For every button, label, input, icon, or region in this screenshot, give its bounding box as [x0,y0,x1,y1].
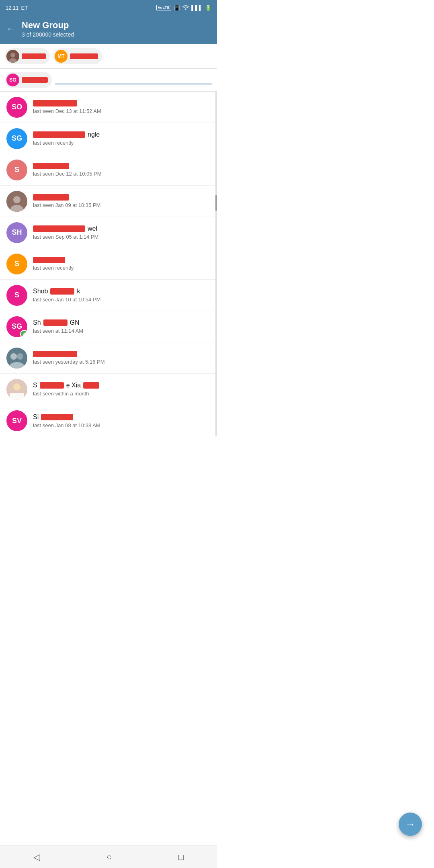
avatar-s-orange: S [6,254,27,274]
status-left: 12:11 ET [6,5,28,11]
contact-name-prefix-11: Si [33,414,39,421]
volte-badge: VoLTE [156,5,172,10]
contact-info-7: Shob k last seen Jan 10 at 10:54 PM [33,288,211,303]
contact-item[interactable]: SG ✓ Sh GN last seen at 11:14 AM [0,311,217,342]
contact-name-suffix-8: GN [70,319,80,326]
contact-item[interactable]: SV Si last seen Jan 08 at 10:38 AM [0,405,217,436]
contact-status-10: last seen within a month [33,391,211,397]
contact-name-prefix-8: Sh [33,319,41,326]
chip-3[interactable]: SG [5,72,52,88]
chip-3-name [22,77,48,83]
battery-icon: 🔋 [205,5,211,11]
svg-rect-12 [10,393,24,400]
contact-name-prefix-7: Shob [33,288,48,295]
avatar-woman [6,379,27,400]
redacted-name-6 [33,257,65,263]
scrollbar-thumb[interactable] [215,195,217,211]
selected-chips-area: MT [0,44,217,69]
contact-name-suffix-5: wel [88,225,97,232]
contact-info-8: Sh GN last seen at 11:14 AM [33,319,211,334]
contact-item[interactable]: SH wel last seen Sep 05 at 1:14 PM [0,217,217,248]
status-right: VoLTE 📳 ▌▌▌ 🔋 [156,5,211,11]
avatar-photo1 [6,191,27,212]
svg-point-8 [17,353,23,360]
contact-item[interactable]: SO last seen Dec 13 at 11:52 AM [0,92,217,123]
contact-status-11: last seen Jan 08 at 10:38 AM [33,422,211,428]
contact-name-8: Sh GN [33,319,211,326]
search-input[interactable] [55,76,212,84]
avatar-so: SO [6,97,27,118]
avatar-s-pink: S [6,285,27,306]
contact-item[interactable]: SG ngle last seen recently [0,123,217,154]
search-row[interactable]: SG [0,69,217,92]
contact-status-3: last seen Dec 12 at 10:05 PM [33,171,211,177]
status-carrier: ET [21,5,28,11]
contact-status-5: last seen Sep 05 at 1:14 PM [33,234,211,240]
contact-status-4: last seen Jan 09 at 10:35 PM [33,202,211,208]
avatar-s-salmon: S [6,160,27,180]
redacted-name-9 [33,351,77,357]
chip-1-name [22,53,46,59]
wifi-icon [182,5,189,10]
redacted-name-10b [83,382,99,389]
contact-info-11: Si last seen Jan 08 at 10:38 AM [33,414,211,428]
avatar-couple [6,348,27,368]
svg-point-4 [13,196,20,203]
redacted-name-1 [33,100,77,106]
contact-info-4: last seen Jan 09 at 10:35 PM [33,194,211,208]
chip-2-avatar: MT [55,50,68,63]
contact-name-2: ngle [33,131,211,138]
contact-info-9: last seen yesterday at 5:16 PM [33,351,211,365]
back-button[interactable]: ← [6,24,15,34]
redacted-name-5 [33,225,85,232]
contact-item[interactable]: last seen Jan 09 at 10:35 PM [0,186,217,217]
avatar-sg-blue: SG [6,128,27,149]
selected-check: ✓ [20,330,27,337]
chip-1-avatar [6,50,19,63]
chip-3-avatar: SG [6,74,19,86]
avatar-sg-selected: SG ✓ [6,316,27,337]
contact-name-suffix-2: ngle [88,131,100,138]
scrollbar-track [215,92,217,436]
contact-item[interactable]: S last seen Dec 12 at 10:05 PM [0,154,217,186]
header-text: New Group 3 of 200000 selected [22,20,211,38]
redacted-name-11 [41,414,73,420]
header: ← New Group 3 of 200000 selected [0,15,217,44]
contact-list: SO last seen Dec 13 at 11:52 AM SG ngle … [0,92,217,436]
contact-status-8: last seen at 11:14 AM [33,328,211,334]
chip-2[interactable]: MT [53,48,102,64]
redacted-name-3 [33,163,69,169]
chip-1[interactable] [5,48,50,64]
contact-status-7: last seen Jan 10 at 10:54 PM [33,297,211,303]
chip-2-name [70,53,98,59]
contact-name-11: Si [33,414,211,421]
selection-count: 3 of 200000 selected [22,31,211,38]
contact-status-6: last seen recently [33,265,211,271]
contact-name-4 [33,194,211,201]
contact-status-9: last seen yesterday at 5:16 PM [33,359,211,365]
svg-point-1 [10,53,15,57]
contact-item[interactable]: last seen yesterday at 5:16 PM [0,342,217,374]
contact-item[interactable]: S e Xia last seen within a month [0,374,217,405]
contact-name-prefix-10: S [33,382,37,389]
redacted-name-8 [43,319,68,326]
contact-name-5: wel [33,225,211,232]
page-title: New Group [22,20,211,31]
svg-point-11 [13,383,20,391]
contact-name-6 [33,257,211,263]
contact-item[interactable]: S last seen recently [0,248,217,280]
vibrate-icon: 📳 [174,5,180,11]
status-time: 12:11 [6,5,19,11]
contact-info-3: last seen Dec 12 at 10:05 PM [33,163,211,177]
contact-info-1: last seen Dec 13 at 11:52 AM [33,100,211,114]
avatar-sh: SH [6,222,27,243]
contact-status-2: last seen recently [33,140,211,146]
contact-item[interactable]: S Shob k last seen Jan 10 at 10:54 PM [0,280,217,311]
contact-info-2: ngle last seen recently [33,131,211,146]
avatar-sv: SV [6,410,27,431]
contact-name-3 [33,163,211,169]
redacted-name-7 [50,288,74,295]
contact-name-10: S e Xia [33,382,211,389]
redacted-name-10a [40,382,64,389]
redacted-name-2 [33,131,85,138]
